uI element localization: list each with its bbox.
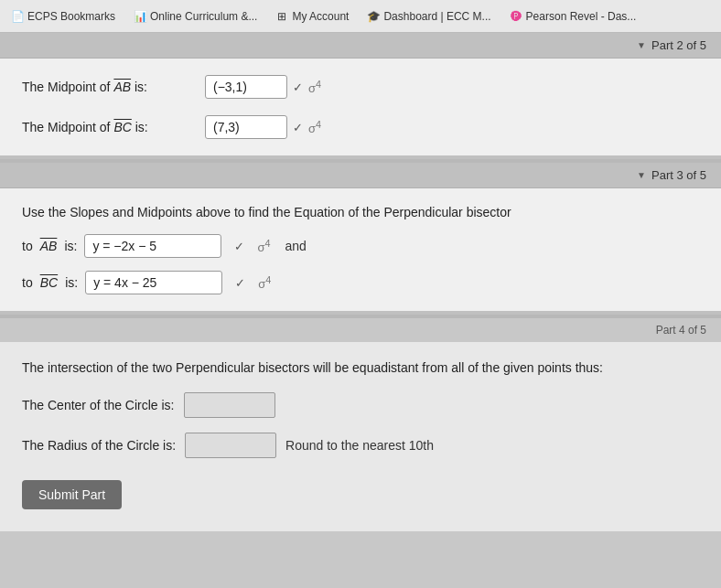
midpoint-bc-info-icon[interactable]: σ4 (308, 119, 321, 135)
eq-ab-prefix: to (22, 239, 33, 253)
part2-triangle-icon: ▼ (637, 40, 646, 50)
part3-triangle-icon: ▼ (637, 170, 646, 180)
ecps-icon: 📄 (11, 10, 24, 23)
eq-ab-answer: y = −2x − 5 (84, 234, 221, 258)
eq-ab-row: to AB is: y = −2x − 5 ✓ σ4 and (22, 234, 699, 258)
radius-row: The Radius of the Circle is: Round to th… (22, 433, 699, 458)
ecps-bookmark[interactable]: 📄 ECPS Bookmarks (7, 8, 119, 25)
midpoint-ab-check-icon: ✓ (293, 80, 303, 94)
online-curriculum-bookmark[interactable]: 📊 Online Curriculum &... (130, 8, 261, 25)
online-label: Online Curriculum &... (150, 10, 257, 23)
part4-card: The intersection of the two Perpendicula… (0, 342, 721, 531)
midpoint-ab-is: is: (131, 80, 147, 94)
midpoint-ab-var: AB (113, 80, 131, 94)
midpoint-ab-label: The Midpoint of AB is: (22, 80, 205, 94)
radius-label: The Radius of the Circle is: (22, 438, 176, 453)
midpoint-bc-text: The Midpoint of (22, 120, 113, 134)
myaccount-label: My Account (292, 10, 349, 23)
eq-ab-var: AB (40, 239, 58, 253)
part3-title: Use the Slopes and Midpoints above to fi… (22, 205, 699, 219)
eq-ab-value: y = −2x − 5 (92, 239, 156, 253)
midpoint-bc-label: The Midpoint of BC is: (22, 120, 205, 134)
part3-card: Use the Slopes and Midpoints above to fi… (0, 188, 721, 315)
dashboard-icon: 🎓 (367, 10, 380, 23)
part3-header: ▼ Part 3 of 5 (0, 159, 721, 188)
ecps-label: ECPS Bookmarks (27, 10, 115, 23)
part4-label-text: Part 4 of 5 (656, 324, 706, 337)
myaccount-bookmark[interactable]: ⊞ My Account (272, 8, 352, 25)
midpoint-ab-info-icon[interactable]: σ4 (308, 79, 321, 95)
pearson-icon: 🅟 (510, 10, 522, 23)
eq-ab-check-icon: ✓ (234, 240, 244, 253)
midpoint-bc-value: (7,3) (213, 120, 240, 134)
midpoint-bc-var: BC (113, 120, 131, 134)
midpoint-bc-row: The Midpoint of BC is: (7,3) ✓ σ4 (22, 115, 699, 139)
part2-header: ▼ Part 2 of 5 (0, 33, 721, 59)
pearson-label: Pearson Revel - Das... (526, 10, 637, 23)
part2-label: ▼ Part 2 of 5 (637, 38, 706, 52)
part4-header: Part 4 of 5 (0, 315, 721, 342)
midpoint-bc-check-icon: ✓ (293, 121, 303, 134)
main-content: ▼ Part 2 of 5 The Midpoint of AB is: (−3… (0, 33, 721, 588)
midpoint-bc-answer: (7,3) (205, 115, 287, 139)
midpoint-ab-answer: (−3,1) (205, 75, 287, 99)
part4-description: The intersection of the two Perpendicula… (22, 358, 699, 378)
eq-bc-value: y = 4x − 25 (93, 275, 156, 290)
eq-bc-check-icon: ✓ (235, 276, 245, 290)
center-label: The Center of the Circle is: (22, 398, 175, 412)
eq-ab-info-icon[interactable]: σ4 (257, 238, 270, 254)
dashboard-label: Dashboard | ECC M... (383, 10, 490, 23)
submit-label: Submit Part (38, 487, 105, 502)
eq-bc-info-icon[interactable]: σ4 (258, 274, 271, 291)
eq-bc-row: to BC is: y = 4x − 25 ✓ σ4 (22, 271, 699, 294)
round-label: Round to the nearest 10th (285, 438, 434, 453)
part2-label-text: Part 2 of 5 (651, 38, 706, 52)
radius-input[interactable] (185, 433, 276, 458)
center-row: The Center of the Circle is: (22, 392, 699, 418)
eq-ab-is: is: (64, 239, 77, 253)
browser-bookmarks-bar: 📄 ECPS Bookmarks 📊 Online Curriculum &..… (0, 0, 721, 33)
dashboard-bookmark[interactable]: 🎓 Dashboard | ECC M... (363, 8, 494, 25)
submit-part-button[interactable]: Submit Part (22, 480, 122, 509)
midpoint-ab-value: (−3,1) (213, 80, 247, 94)
myaccount-icon: ⊞ (275, 10, 288, 23)
midpoint-bc-is: is: (132, 120, 148, 134)
eq-bc-var: BC (40, 275, 58, 290)
part3-label-text: Part 3 of 5 (651, 168, 706, 182)
center-input[interactable] (184, 392, 275, 418)
online-icon: 📊 (134, 10, 146, 23)
part2-card: The Midpoint of AB is: (−3,1) ✓ σ4 The M… (0, 59, 721, 159)
eq-bc-prefix: to (22, 275, 33, 290)
pearson-bookmark[interactable]: 🅟 Pearson Revel - Das... (506, 8, 640, 25)
eq-bc-is: is: (65, 275, 78, 290)
eq-bc-answer: y = 4x − 25 (85, 271, 222, 294)
and-text: and (285, 239, 306, 253)
midpoint-ab-text: The Midpoint of (22, 80, 113, 94)
part3-label: ▼ Part 3 of 5 (637, 168, 706, 182)
midpoint-ab-row: The Midpoint of AB is: (−3,1) ✓ σ4 (22, 75, 699, 99)
